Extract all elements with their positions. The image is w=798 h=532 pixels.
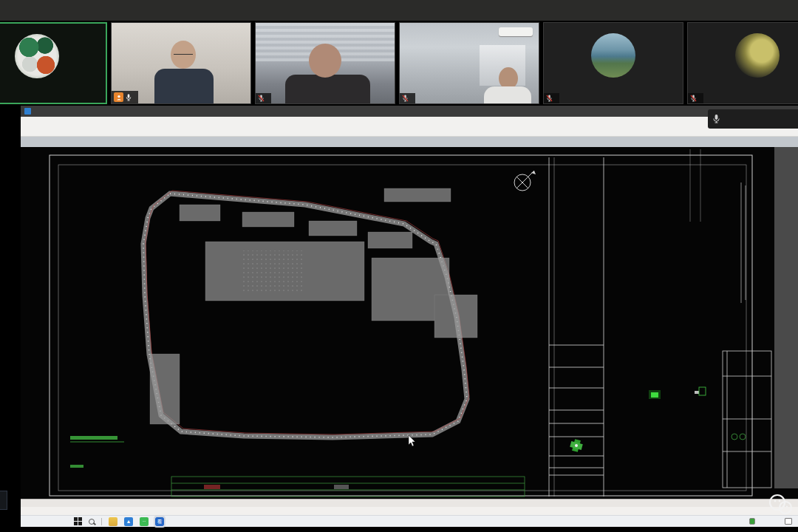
mic-muted-icon: [258, 95, 265, 102]
participant-badge: [544, 93, 559, 103]
north-arrow-icon: [514, 171, 536, 191]
battery-indicator[interactable]: [749, 518, 755, 525]
notification-center-icon[interactable]: [785, 518, 792, 525]
avatar: [591, 33, 635, 78]
model-layout-tabs: [21, 499, 798, 507]
avatar: [15, 34, 59, 78]
ac-unit: [499, 27, 533, 36]
participant-badge: [688, 93, 703, 103]
person-head: [309, 44, 341, 78]
shared-screen: [21, 106, 798, 515]
company-logo: [570, 439, 583, 452]
participant-badge: [112, 91, 138, 103]
site-plan-drawing: [21, 147, 798, 499]
search-icon[interactable]: [89, 519, 95, 525]
brand-watermark: [767, 494, 798, 516]
person-silhouette: [484, 86, 531, 104]
member-icon: [114, 92, 123, 102]
tile-participant-5[interactable]: [687, 22, 798, 104]
cad-toolbar: [21, 117, 798, 137]
mic-muted-icon: [690, 95, 697, 102]
mic-on-icon: [126, 94, 132, 101]
system-tray: [749, 518, 798, 525]
tile-participant-4[interactable]: [543, 22, 683, 104]
cad-drawing-tabs: [21, 137, 798, 147]
meeting-titlebar[interactable]: [0, 0, 798, 21]
windows-taskbar: ▲ ·· 看: [21, 515, 798, 527]
taskbar-divider: [101, 518, 102, 525]
participant-badge: [256, 93, 271, 103]
cad-side-panel: [774, 147, 798, 488]
mic-muted-icon: [546, 95, 553, 102]
cad-app-icon: [24, 108, 31, 115]
person-silhouette: [285, 75, 370, 104]
tile-participant-2[interactable]: [255, 22, 395, 104]
participant-strip: [0, 21, 798, 106]
cad-statusbar: [21, 507, 798, 515]
mic-muted-icon: [402, 95, 409, 102]
cad-taskbar-icon[interactable]: 看: [155, 517, 164, 526]
avatar: [735, 33, 780, 78]
participant-badge: [400, 93, 415, 103]
tile-participant-1[interactable]: [111, 22, 251, 104]
meeting-window: ▲ ·· 看: [0, 0, 798, 532]
start-button[interactable]: [74, 517, 82, 525]
tile-screen-share[interactable]: [0, 22, 107, 104]
tile-participant-3[interactable]: [399, 22, 539, 104]
wechat-icon[interactable]: ··: [140, 517, 149, 526]
person-silhouette: [154, 69, 214, 104]
cad-canvas[interactable]: [21, 147, 798, 499]
wechat-logo-icon: [767, 494, 794, 516]
edge-window-fragment: [0, 491, 7, 510]
blue-app-icon[interactable]: ▲: [124, 517, 133, 526]
speaking-indicator: [708, 109, 798, 129]
file-explorer-icon[interactable]: [109, 517, 117, 526]
glasses: [174, 54, 193, 56]
cad-titlebar[interactable]: [21, 106, 798, 117]
speaking-mic-icon: [712, 114, 720, 124]
